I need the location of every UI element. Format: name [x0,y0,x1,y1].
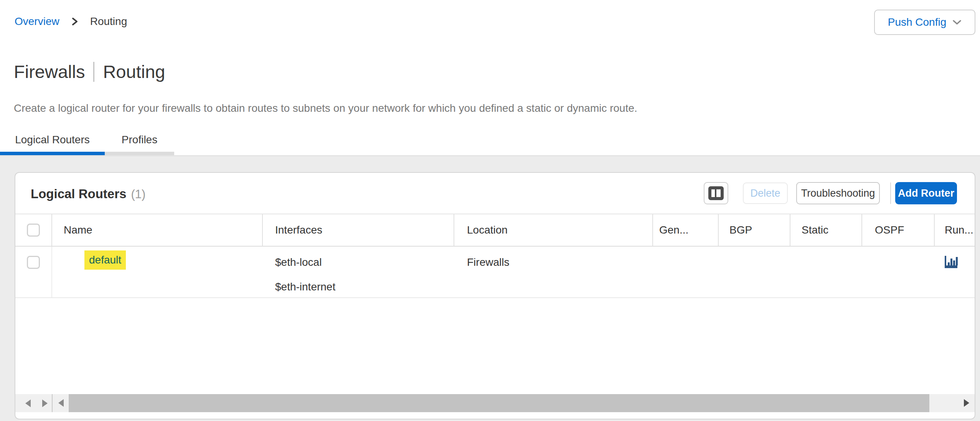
column-header-bgp[interactable]: BGP [719,214,790,246]
page-left-icon[interactable] [25,399,31,407]
scroll-right-icon[interactable] [964,399,969,407]
row-checkbox[interactable] [27,256,40,269]
table-row: default $eth-local $eth-internet Firewal… [15,247,975,298]
scrollbar-divider [52,394,53,412]
panel-count-badge: (1) [131,187,145,201]
content-area: Logical Routers (1) Delete Troubleshooti… [0,156,980,421]
column-header-runtime[interactable]: Run... [935,214,975,246]
location-value: Firewalls [467,250,509,275]
page-title: Firewalls Routing [14,61,165,82]
push-config-label: Push Config [888,16,947,28]
row-location-cell: Firewalls [454,247,653,297]
panel-toolbar: Delete Troubleshooting Add Router [704,182,957,204]
breadcrumb-chevron-icon [71,17,79,26]
page-description: Create a logical router for your firewal… [14,100,666,116]
column-header-ospf[interactable]: OSPF [862,214,935,246]
panel-title: Logical Routers (1) [31,187,145,201]
row-ospf-cell [862,247,935,297]
page-right-icon[interactable] [42,399,48,407]
row-static-cell [790,247,862,297]
title-divider [93,62,94,82]
tab-logical-routers[interactable]: Logical Routers [0,129,105,155]
logical-routers-panel: Logical Routers (1) Delete Troubleshooti… [15,172,975,419]
column-header-name[interactable]: Name [52,214,263,246]
routing-page: Overview Routing Push Config Firewalls R… [0,0,980,421]
horizontal-scrollbar [15,394,975,412]
tab-profiles[interactable]: Profiles [105,129,174,155]
row-checkbox-cell [15,247,52,297]
row-name-cell: default [52,247,263,297]
router-name-link[interactable]: default [84,250,126,270]
breadcrumb-overview-link[interactable]: Overview [15,15,59,28]
scrollbar-thumb[interactable] [69,394,929,412]
row-bgp-cell [719,247,790,297]
interface-item: $eth-internet [275,275,335,297]
column-header-static[interactable]: Static [790,214,862,246]
add-router-button[interactable]: Add Router [895,182,957,204]
row-general-cell [653,247,719,297]
page-title-secondary: Routing [103,61,165,82]
toolbar-divider [890,182,891,204]
interface-item: $eth-local [275,250,335,275]
bar-chart-icon[interactable] [945,255,958,269]
row-runtime-cell [935,247,975,297]
table-header-row: Name Interfaces Location Gen... BGP Stat… [15,214,975,247]
breadcrumb-current: Routing [90,15,127,28]
column-header-interfaces[interactable]: Interfaces [263,214,454,246]
delete-button[interactable]: Delete [743,182,788,204]
table-header-checkbox-cell [15,214,52,246]
column-header-general[interactable]: Gen... [653,214,719,246]
select-all-checkbox[interactable] [27,224,40,237]
panel-header: Logical Routers (1) Delete Troubleshooti… [15,173,975,214]
chevron-down-icon [952,19,962,25]
page-title-primary: Firewalls [14,61,85,82]
column-settings-button[interactable] [704,182,728,204]
breadcrumb: Overview Routing [15,15,127,28]
column-header-location[interactable]: Location [454,214,653,246]
row-interfaces-cell: $eth-local $eth-internet [263,247,454,297]
tab-bar: Logical Routers Profiles [0,129,980,156]
push-config-button[interactable]: Push Config [874,10,975,35]
panel-title-text: Logical Routers [31,187,126,201]
scroll-left-icon[interactable] [58,399,64,407]
troubleshooting-button[interactable]: Troubleshooting [796,182,880,204]
table-columns-icon [708,186,724,200]
scrollbar-page-controls [15,394,52,412]
